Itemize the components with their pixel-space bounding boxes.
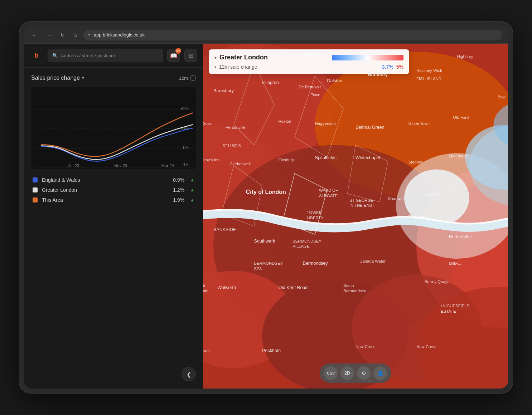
map-val-positive: 5% <box>396 64 403 70</box>
map-info-title-left: ▾ Greater London <box>214 54 268 61</box>
forward-button[interactable]: → <box>44 30 54 40</box>
svg-text:+2%: +2% <box>180 107 189 112</box>
svg-text:Stepney: Stepney <box>408 160 423 164</box>
svg-text:IN THE EAST: IN THE EAST <box>349 203 374 208</box>
chart-period: 12m <box>179 75 196 81</box>
svg-text:King's Cross: King's Cross <box>203 121 212 126</box>
svg-text:Shadwell: Shadwell <box>388 196 405 201</box>
svg-text:Old Ford: Old Ford <box>453 115 469 119</box>
svg-text:Bow: Bow <box>498 95 506 99</box>
map-info-sub-left: ▾ 12m sale change <box>214 64 257 70</box>
svg-text:De Beauvoir: De Beauvoir <box>299 85 321 89</box>
profile-button[interactable]: 👤 <box>373 366 387 380</box>
map-area[interactable]: Barnsbury Islington De Beauvoir Town Dal… <box>203 44 508 389</box>
svg-text:Whitechapel: Whitechapel <box>356 155 380 160</box>
lock-icon: ⚭ <box>88 33 91 37</box>
svg-text:-1%: -1% <box>182 162 189 167</box>
period-label: 12m <box>179 75 188 81</box>
svg-text:Bethnal Green: Bethnal Green <box>356 125 384 130</box>
refresh-button[interactable]: ↻ <box>58 31 67 39</box>
map-toolbar: CSV 2D ⚙ 👤 <box>320 363 391 383</box>
back-button[interactable]: ← <box>30 30 40 40</box>
svg-text:BANKSIDE: BANKSIDE <box>213 227 236 232</box>
settings-button[interactable]: ⚙ <box>357 366 371 380</box>
chart-title: Sales price change <box>31 75 80 81</box>
legend-label-area: This Area <box>42 197 169 203</box>
svg-text:ST LUKE'S: ST LUKE'S <box>223 144 241 148</box>
svg-text:Nov-23: Nov-23 <box>114 163 127 168</box>
svg-text:ST GEORGE: ST GEORGE <box>349 198 374 202</box>
legend-item-area: This Area 1.9% ▲ <box>33 197 194 203</box>
url-bar[interactable]: ⚭ app.bricksandlogic.co.uk <box>83 30 502 40</box>
chart-legend: England & Wales 0.9% ▲ Greater London 1.… <box>31 174 196 206</box>
sidebar: b 🔍 Address / street / postcode 📖 9+ ⊞ <box>24 44 203 389</box>
collapse-icon: ❮ <box>187 371 191 378</box>
area-expand-icon[interactable]: ▾ <box>214 55 217 60</box>
legend-color-london <box>33 187 38 192</box>
svg-text:New Cross: New Cross <box>416 345 436 349</box>
map-info-sub-row: ▾ 12m sale change -3.7% 5% <box>214 64 403 70</box>
svg-text:Old Kent Road: Old Kent Road <box>279 285 308 290</box>
svg-text:Mar-24: Mar-24 <box>161 163 174 168</box>
svg-text:Gray's Inn: Gray's Inn <box>203 158 219 162</box>
svg-text:BERMONDSEY: BERMONDSEY <box>292 239 321 243</box>
svg-text:Dalston: Dalston <box>327 78 342 83</box>
chart-section: Sales price change ▾ 12m <box>24 68 203 367</box>
settings-icon: ⚙ <box>362 370 366 376</box>
svg-text:Globe Town: Globe Town <box>408 121 430 126</box>
chart-dropdown-icon[interactable]: ▾ <box>82 75 84 80</box>
svg-text:ESTATE: ESTATE <box>441 309 456 313</box>
svg-text:Peckham: Peckham <box>262 348 281 353</box>
svg-text:Ratcliff: Ratcliff <box>425 192 437 196</box>
svg-text:HUGHESFIELD: HUGHESFIELD <box>441 304 470 308</box>
legend-trend-england: ▲ <box>190 177 194 182</box>
legend-label-london: Greater London <box>42 187 169 193</box>
sub-expand-icon[interactable]: ▾ <box>214 65 216 69</box>
map-val-negative: -3.7% <box>380 64 393 70</box>
svg-text:Town: Town <box>311 93 320 97</box>
map-info-title-row: ▾ Greater London <box>214 54 403 61</box>
svg-text:South: South <box>343 283 354 288</box>
svg-text:Wapping: Wapping <box>408 214 426 219</box>
clock-icon <box>190 75 196 81</box>
legend-color-area <box>33 197 38 202</box>
svg-text:0%: 0% <box>183 146 189 151</box>
book-icon: 📖 <box>170 52 177 59</box>
chart-svg: +2% +1% 0% -1% Jul-23 <box>34 90 193 168</box>
svg-text:WARD OF: WARD OF <box>319 188 338 192</box>
search-placeholder: Address / street / postcode <box>61 53 116 58</box>
browser-bar: ← → ↻ ⌂ ⚭ app.bricksandlogic.co.uk <box>24 26 508 44</box>
svg-text:Millw...: Millw... <box>449 261 461 265</box>
svg-text:Surrey Quays: Surrey Quays <box>425 279 450 284</box>
chart-title-group: Sales price change ▾ <box>31 75 84 81</box>
svg-text:Finsbury: Finsbury <box>279 158 294 162</box>
svg-text:Pentonville: Pentonville <box>226 125 245 130</box>
csv-export-button[interactable]: CSV <box>324 366 338 380</box>
notifications-button[interactable]: 📖 9+ <box>167 49 180 62</box>
legend-value-england: 0.9% <box>173 177 184 183</box>
chart-header: Sales price change ▾ 12m <box>31 75 196 81</box>
map-area-name: Greater London <box>219 54 268 61</box>
profile-icon: 👤 <box>377 370 383 376</box>
home-button[interactable]: ⌂ <box>71 30 79 40</box>
main-content: b 🔍 Address / street / postcode 📖 9+ ⊞ <box>24 44 508 389</box>
svg-text:LIBERTY: LIBERTY <box>307 216 324 220</box>
chart-container: +2% +1% 0% -1% Jul-23 <box>31 87 196 169</box>
collapse-button[interactable]: ❮ <box>182 367 196 381</box>
legend-trend-london: ▲ <box>190 187 194 192</box>
svg-text:Barnsbury: Barnsbury <box>213 88 234 93</box>
filter-button[interactable]: ⊞ <box>184 49 197 62</box>
legend-trend-area: ▲ <box>190 197 194 202</box>
search-bar[interactable]: 🔍 Address / street / postcode <box>48 49 163 62</box>
svg-text:Rotherhithe: Rotherhithe <box>449 234 472 239</box>
svg-text:Southwark: Southwark <box>254 239 275 244</box>
map-info-panel: ▾ Greater London ▾ 12m sale change -3.7%… <box>209 49 409 74</box>
svg-text:Highbury: Highbury <box>457 54 474 59</box>
2d-view-button[interactable]: 2D <box>340 366 354 380</box>
svg-text:Limehouse: Limehouse <box>449 154 469 158</box>
svg-text:New Cross: New Cross <box>356 345 376 349</box>
svg-text:VILLAGE: VILLAGE <box>292 244 310 248</box>
svg-text:Canada Water: Canada Water <box>359 259 386 263</box>
legend-item-london: Greater London 1.2% ▲ <box>33 187 194 193</box>
legend-value-london: 1.2% <box>173 187 184 193</box>
